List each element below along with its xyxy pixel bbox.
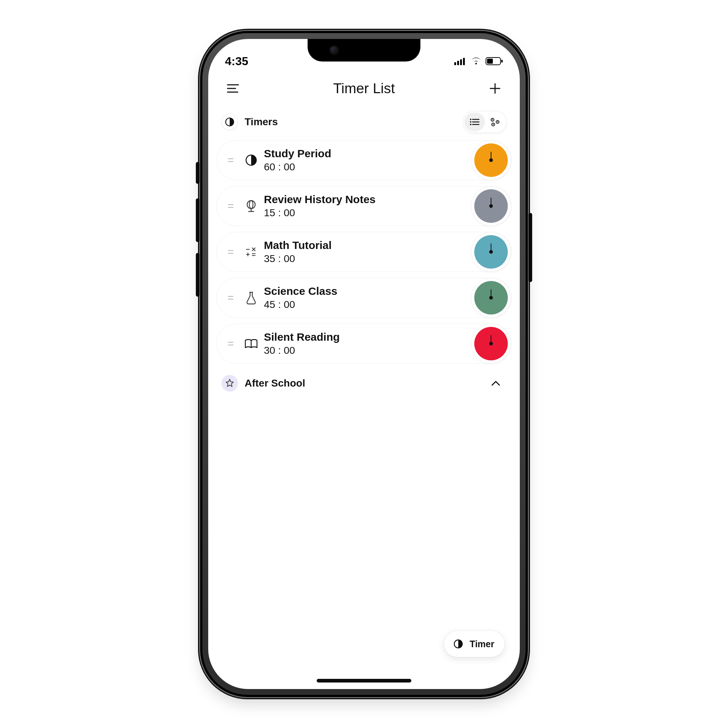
fab-label: Timer [470,639,494,649]
svg-rect-6 [501,60,503,63]
svg-rect-0 [454,62,456,65]
view-list-button[interactable] [465,112,485,132]
device-volume-down [196,253,199,297]
timer-knob-icon [489,296,493,300]
section-toggle-button[interactable] [221,113,238,130]
view-grid-button[interactable] [485,112,505,132]
start-timer-button[interactable] [474,327,508,360]
category-icon [241,246,262,258]
category-icon [241,338,262,349]
svg-point-17 [470,121,471,123]
device-camera [330,46,338,54]
section-star-chip[interactable] [221,375,238,392]
home-indicator [317,679,411,682]
math-icon [245,246,257,258]
device-notch [307,39,421,61]
moon-icon [225,117,234,127]
star-icon [225,379,234,388]
timer-knob-icon [489,250,493,254]
svg-rect-1 [457,61,459,65]
timer-knob-icon [489,342,493,346]
section-after-school[interactable]: After School [208,364,520,392]
globe-icon [245,199,257,213]
moon-icon [452,638,465,650]
grid-view-icon [490,117,500,127]
svg-point-22 [492,119,493,121]
timer-list: = Study Period 60 : 00 = Review History … [208,140,520,364]
section-timers: Timers [208,108,520,140]
section-label: Timers [245,116,456,128]
device-power-button [529,213,532,282]
moon-icon [245,154,258,167]
chevron-up-icon [491,380,500,386]
category-icon [241,291,262,305]
device-frame: 4:35 Timer List [200,31,528,697]
drag-handle-icon[interactable]: = [228,292,241,304]
status-time: 4:35 [225,55,248,68]
book-icon [244,338,258,349]
svg-point-27 [249,200,253,209]
list-view-icon [470,118,480,126]
svg-point-23 [497,122,498,123]
svg-rect-3 [463,58,465,65]
timer-row[interactable]: = Study Period 60 : 00 [216,140,512,180]
timer-row[interactable]: = Math Tutorial 35 : 00 [216,232,512,272]
svg-rect-2 [460,59,462,65]
screen: 4:35 Timer List [208,39,520,689]
svg-point-26 [247,200,255,209]
category-icon [241,199,262,213]
device-volume-up [196,198,199,242]
drag-handle-icon[interactable]: = [228,154,241,166]
app-header: Timer List [208,72,520,108]
category-icon [241,154,262,167]
menu-button[interactable] [224,80,242,97]
svg-point-24 [493,124,494,125]
start-timer-button[interactable] [474,189,508,223]
drag-handle-icon[interactable]: = [228,337,241,350]
start-timer-button[interactable] [474,144,508,177]
timer-row[interactable]: = Silent Reading 30 : 00 [216,324,512,364]
menu-icon [227,84,239,93]
page-title: Timer List [333,80,395,96]
section-label: After School [245,378,480,389]
timer-knob-icon [489,158,493,162]
timer-row[interactable]: = Science Class 45 : 00 [216,278,512,318]
view-toggle [463,111,507,133]
svg-rect-5 [487,59,493,64]
cellular-icon [454,55,466,68]
start-timer-button[interactable] [474,235,508,269]
battery-icon [486,55,503,68]
section-collapse-button[interactable] [487,375,505,392]
flask-icon [246,291,257,305]
drag-handle-icon[interactable]: = [228,200,241,212]
drag-handle-icon[interactable]: = [228,246,241,258]
timer-knob-icon [489,204,493,208]
device-silence-switch [196,162,199,184]
start-timer-button[interactable] [474,281,508,315]
add-button[interactable] [486,80,504,97]
timer-row[interactable]: = Review History Notes 15 : 00 [216,186,512,226]
wifi-icon [470,55,482,68]
timer-fab[interactable]: Timer [444,631,505,657]
svg-point-18 [470,124,471,125]
plus-icon [489,82,501,95]
svg-point-16 [470,119,471,120]
